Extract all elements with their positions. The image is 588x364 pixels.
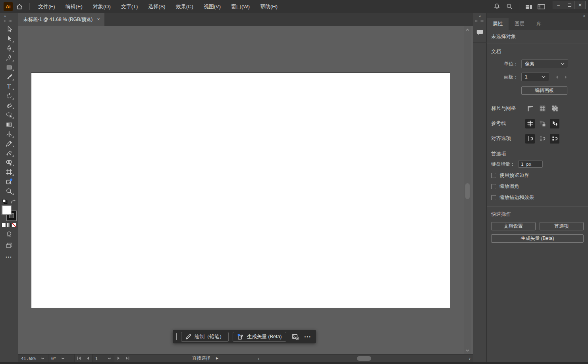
lock-guides-button[interactable] — [538, 119, 547, 128]
tab-layers[interactable]: 图层 — [509, 18, 530, 30]
document-setup-button[interactable]: 文档设置 — [491, 222, 536, 230]
preferences-button[interactable]: 首选项 — [540, 222, 584, 230]
comments-button[interactable] — [475, 28, 485, 37]
status-tool-display[interactable]: 直接选择 ▶ — [156, 355, 255, 361]
previous-artboard-icon[interactable] — [555, 75, 558, 79]
pen-tool[interactable] — [3, 44, 15, 53]
units-select[interactable]: 像素 — [521, 59, 568, 68]
eraser-tool[interactable] — [3, 101, 15, 110]
next-artboard-button[interactable] — [114, 354, 123, 362]
menu-type[interactable]: 文字(T) — [116, 0, 143, 13]
strip-grip[interactable] — [475, 20, 485, 22]
menu-window[interactable]: 窗口(W) — [226, 0, 255, 13]
menu-file[interactable]: 文件(F) — [33, 0, 60, 13]
generate-vector-button[interactable]: 生成矢量 (Beta) — [233, 332, 286, 342]
close-button[interactable]: ✕ — [575, 1, 585, 9]
status-flyout-icon[interactable]: ▶ — [216, 356, 218, 360]
gradient-swatch[interactable] — [7, 223, 11, 227]
artboard-navigation-select[interactable]: 1 — [92, 354, 114, 362]
mockup-tool[interactable] — [3, 177, 15, 186]
menu-object[interactable]: 对象(O) — [88, 0, 116, 13]
horizontal-scrollbar-thumb[interactable] — [357, 356, 371, 361]
none-swatch[interactable] — [12, 223, 16, 227]
scroll-down-icon[interactable] — [464, 348, 471, 353]
generate-vector-quick-button[interactable]: 生成矢量 (Beta) — [491, 234, 584, 243]
horizontal-scrollbar-track[interactable] — [262, 354, 466, 362]
scroll-left-icon[interactable]: ‹ — [255, 356, 262, 361]
shaper-tool[interactable] — [3, 110, 15, 120]
artboard-select[interactable]: 1 — [521, 73, 549, 81]
rotation-select[interactable]: 0° — [48, 354, 75, 362]
canvas-pasteboard[interactable]: 绘制（铅笔） 生成矢量 (Beta) ••• — [18, 26, 473, 354]
shape-builder-tool[interactable] — [3, 158, 15, 167]
smart-guides-button[interactable] — [550, 119, 559, 128]
rotate-tool[interactable] — [3, 91, 15, 101]
minimize-button[interactable]: – — [553, 1, 564, 9]
screen-mode-button[interactable] — [3, 241, 15, 249]
artboard[interactable] — [31, 73, 450, 308]
tools-panel-grip[interactable] — [4, 20, 14, 22]
notifications-button[interactable] — [490, 0, 503, 13]
zoom-level-select[interactable]: 41.68% — [18, 354, 48, 362]
previous-artboard-button[interactable] — [83, 354, 92, 362]
next-artboard-icon[interactable] — [565, 75, 567, 79]
expand-strip-button[interactable]: « — [479, 13, 480, 19]
fill-swatch[interactable] — [2, 206, 11, 215]
scale-strokes-effects-checkbox[interactable] — [491, 195, 496, 200]
vertical-scrollbar[interactable] — [464, 26, 471, 354]
tab-close-icon[interactable]: ✕ — [97, 17, 100, 21]
eyedropper-tool[interactable] — [3, 139, 15, 148]
direct-selection-tool[interactable] — [3, 34, 15, 44]
paintbrush-tool[interactable] — [3, 72, 15, 82]
default-fill-stroke-icon[interactable] — [2, 199, 8, 204]
zoom-tool[interactable] — [3, 186, 15, 196]
snap-to-point-button[interactable] — [538, 134, 547, 144]
keyboard-increment-input[interactable]: 1 px — [518, 161, 543, 168]
artboard-tool[interactable] — [3, 167, 15, 177]
draw-pencil-button[interactable]: 绘制（铅笔） — [181, 332, 229, 342]
collapse-tools-button[interactable]: » — [0, 13, 6, 19]
gradient-tool[interactable] — [3, 120, 15, 129]
menu-help[interactable]: 帮助(H) — [255, 0, 283, 13]
menu-view[interactable]: 视图(V) — [199, 0, 226, 13]
swap-fill-stroke-icon[interactable] — [10, 199, 16, 204]
color-swatch[interactable] — [2, 223, 6, 227]
puppet-warp-tool[interactable] — [3, 148, 15, 158]
home-button[interactable] — [13, 0, 26, 13]
width-tool[interactable] — [3, 129, 15, 139]
selection-tool[interactable] — [3, 25, 15, 34]
scale-corners-checkbox[interactable] — [491, 184, 496, 189]
menu-edit[interactable]: 编辑(E) — [60, 0, 88, 13]
snap-to-grid-button[interactable] — [525, 134, 535, 144]
menu-effect[interactable]: 效果(C) — [171, 0, 199, 13]
first-artboard-button[interactable] — [75, 354, 83, 362]
draw-mode-button[interactable] — [3, 230, 15, 238]
scroll-right-icon[interactable]: › — [466, 356, 473, 361]
document-tab[interactable]: 未标题-1 @ 41.68 % (RGB/预览) ✕ — [18, 13, 104, 26]
collapse-dock-button[interactable]: » — [487, 13, 588, 18]
tab-properties[interactable]: 属性 — [487, 18, 509, 30]
show-guides-button[interactable] — [525, 119, 535, 128]
taskbar-more-button[interactable]: ••• — [305, 334, 312, 339]
horizontal-scrollbar[interactable]: ‹ › — [255, 354, 473, 362]
vertical-scrollbar-thumb[interactable] — [465, 183, 470, 199]
show-grid-button[interactable] — [538, 104, 547, 113]
scroll-up-icon[interactable] — [464, 27, 471, 33]
generate-image-button[interactable] — [290, 332, 301, 342]
workspace-switcher-button[interactable] — [522, 0, 535, 13]
maximize-button[interactable] — [564, 1, 575, 9]
use-preview-bounds-checkbox[interactable] — [491, 173, 496, 178]
type-tool[interactable]: T — [3, 82, 15, 91]
search-button[interactable] — [503, 0, 516, 13]
taskbar-drag-handle[interactable] — [176, 333, 177, 340]
edit-artboards-button[interactable]: 编辑画板 — [521, 86, 567, 95]
edit-toolbar-button[interactable]: ••• — [6, 255, 12, 259]
curvature-tool[interactable] — [3, 53, 15, 63]
snap-to-pixel-button[interactable] — [550, 134, 559, 144]
transparency-grid-button[interactable] — [550, 104, 559, 113]
rectangle-tool[interactable] — [3, 63, 15, 72]
tab-libraries[interactable]: 库 — [530, 18, 548, 30]
show-rulers-button[interactable] — [525, 104, 535, 113]
menu-select[interactable]: 选择(S) — [143, 0, 170, 13]
last-artboard-button[interactable] — [123, 354, 132, 362]
